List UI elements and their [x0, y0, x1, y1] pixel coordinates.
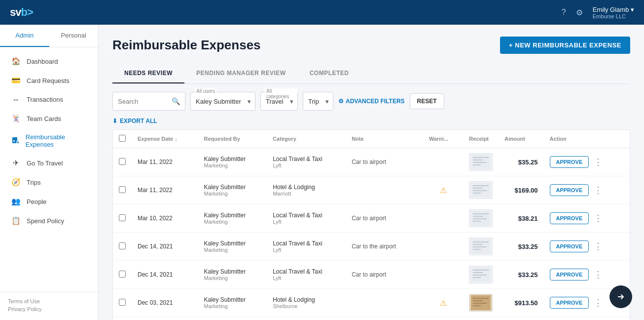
page-header: Reimbursable Expenses + NEW REIMBURSABLE… — [112, 37, 630, 54]
row-checkbox-3[interactable] — [119, 242, 126, 249]
col-expense-date[interactable]: Expense Date ↓ — [132, 130, 198, 148]
sidebar-label-team-cards: Team Cards — [27, 115, 61, 122]
cell-category-0: Local Travel & Taxi Lyft — [267, 148, 346, 176]
approve-button-3[interactable]: APPROVE — [550, 240, 589, 252]
more-options-button-0[interactable]: ⋮ — [592, 156, 605, 168]
more-options-button-4[interactable]: ⋮ — [592, 268, 605, 281]
row-checkbox-0[interactable] — [119, 158, 126, 165]
more-options-button-2[interactable]: ⋮ — [592, 212, 605, 225]
svg-rect-1 — [13, 140, 15, 142]
help-icon[interactable]: ? — [562, 8, 566, 17]
advanced-filters-button[interactable]: ⚙ ADVANCED FILTERS — [338, 98, 405, 105]
sidebar-item-spend-policy[interactable]: 📋 Spend Policy — [3, 211, 95, 230]
col-category: Category — [267, 130, 346, 148]
svg-rect-21 — [473, 244, 483, 245]
sidebar-tabs: Admin Personal — [0, 25, 98, 47]
travel-icon: ✈ — [11, 159, 21, 167]
row-checkbox-1[interactable] — [119, 186, 126, 193]
home-icon: 🏠 — [11, 57, 21, 66]
cell-receipt-4 — [463, 261, 499, 289]
search-input[interactable] — [118, 98, 172, 105]
settings-icon[interactable]: ⚙ — [576, 8, 583, 17]
receipt-thumbnail[interactable] — [469, 266, 493, 283]
sidebar-item-travel[interactable]: ✈ Go To Travel — [3, 154, 95, 172]
approve-button-5[interactable]: APPROVE — [550, 297, 589, 309]
table-row: Nov 30, 2021 Kaley Submitter Marketing A… — [113, 317, 630, 320]
cell-receipt-1 — [463, 176, 499, 204]
approve-button-2[interactable]: APPROVE — [550, 212, 589, 224]
svg-text:$: $ — [17, 141, 18, 144]
terms-link[interactable]: Terms of Use — [8, 298, 90, 304]
sidebar-item-transactions[interactable]: ↔ Transactions — [3, 90, 95, 109]
approve-button-4[interactable]: APPROVE — [550, 269, 589, 280]
export-label: EXPORT ALL — [120, 118, 157, 124]
sidebar-label-transactions: Transactions — [27, 96, 63, 103]
more-options-button-1[interactable]: ⋮ — [592, 184, 605, 197]
export-button[interactable]: ⬇ EXPORT ALL — [112, 118, 157, 124]
approve-button-0[interactable]: APPROVE — [550, 156, 589, 168]
cell-note-5 — [346, 289, 423, 317]
cell-requester-5: Kaley Submitter Marketing — [198, 289, 267, 317]
sidebar-item-dashboard[interactable]: 🏠 Dashboard — [3, 52, 95, 71]
sidebar-item-trips[interactable]: 🧭 Trips — [3, 173, 95, 192]
cell-action-0: APPROVE ⋮ — [544, 148, 630, 176]
receipt-thumbnail[interactable] — [469, 153, 493, 171]
svg-rect-27 — [473, 275, 487, 276]
cell-action-6: APPROVE ⋮ — [544, 317, 630, 320]
tab-pending-manager[interactable]: PENDING MANAGER REVIEW — [184, 64, 298, 83]
table-row: Dec 14, 2021 Kaley Submitter Marketing L… — [113, 261, 630, 289]
svg-rect-12 — [473, 190, 487, 191]
cell-amount-6: $16.99 — [499, 317, 543, 320]
sidebar-item-reimbursable[interactable]: $ Reimbursable Expenses — [3, 128, 95, 153]
cell-category-6: Airfare United Airlines — [267, 317, 346, 320]
trip-filter[interactable]: Trip — [303, 92, 333, 111]
sidebar-item-card-requests[interactable]: 💳 Card Requests — [3, 71, 95, 90]
cell-action-2: APPROVE ⋮ — [544, 204, 630, 233]
cell-note-1 — [346, 176, 423, 204]
tab-personal[interactable]: Personal — [49, 25, 99, 47]
chat-button[interactable] — [609, 285, 632, 308]
cell-requester-3: Kaley Submitter Marketing — [198, 233, 267, 261]
top-navigation: svb> ? ⚙ Emily Glamb ▾ Emburse LLC — [0, 0, 644, 25]
receipt-thumbnail[interactable] — [469, 238, 493, 255]
row-checkbox-2[interactable] — [119, 214, 126, 221]
privacy-link[interactable]: Privacy Policy — [8, 306, 90, 312]
new-reimbursable-button[interactable]: + NEW REIMBURSABLE EXPENSE — [500, 37, 630, 54]
categories-filter[interactable]: All categories Travel — [260, 92, 298, 111]
row-checkbox-5[interactable] — [119, 299, 126, 306]
trip-select[interactable]: Trip — [303, 92, 333, 110]
more-options-button-5[interactable]: ⋮ — [592, 296, 605, 309]
svg-rect-8 — [473, 164, 481, 165]
more-options-button-3[interactable]: ⋮ — [592, 240, 605, 253]
cell-date-6: Nov 30, 2021 — [132, 317, 198, 320]
user-menu[interactable]: Emily Glamb ▾ Emburse LLC — [593, 6, 634, 19]
approve-button-1[interactable]: APPROVE — [550, 184, 589, 196]
sidebar-label-people: People — [27, 198, 46, 205]
reset-button[interactable]: RESET — [410, 93, 444, 109]
tab-admin[interactable]: Admin — [0, 25, 49, 47]
users-filter[interactable]: All users Kaley Submitter — [190, 92, 255, 111]
sidebar-label-travel: Go To Travel — [27, 160, 63, 167]
sidebar-item-team-cards[interactable]: 🃏 Team Cards — [3, 109, 95, 128]
cell-requester-4: Kaley Submitter Marketing — [198, 261, 267, 289]
cell-warning-5: ⚠ — [423, 289, 463, 317]
svg-rect-20 — [473, 241, 489, 242]
receipt-thumbnail[interactable] — [469, 209, 493, 227]
filter-icon: ⚙ — [338, 98, 344, 105]
search-box[interactable]: 🔍 — [112, 92, 185, 111]
users-select[interactable]: Kaley Submitter — [191, 92, 255, 110]
sidebar-item-people[interactable]: 👥 People — [3, 192, 95, 211]
table-row: Dec 03, 2021 Kaley Submitter Marketing H… — [113, 289, 630, 317]
svg-rect-11 — [473, 188, 483, 189]
tab-completed[interactable]: COMPLETED — [298, 64, 361, 83]
user-name: Emily Glamb ▾ — [593, 6, 634, 13]
table-row: Mar 11, 2022 Kaley Submitter Marketing H… — [113, 176, 630, 204]
tab-needs-review[interactable]: NEEDS REVIEW — [112, 64, 184, 83]
select-all-checkbox[interactable] — [119, 135, 126, 142]
col-action: Action — [544, 130, 630, 148]
row-checkbox-4[interactable] — [119, 271, 126, 278]
receipt-thumbnail[interactable] — [469, 294, 493, 312]
cell-warning-3 — [423, 233, 463, 261]
categories-filter-label: All categories — [265, 88, 297, 99]
receipt-thumbnail[interactable] — [469, 181, 493, 199]
